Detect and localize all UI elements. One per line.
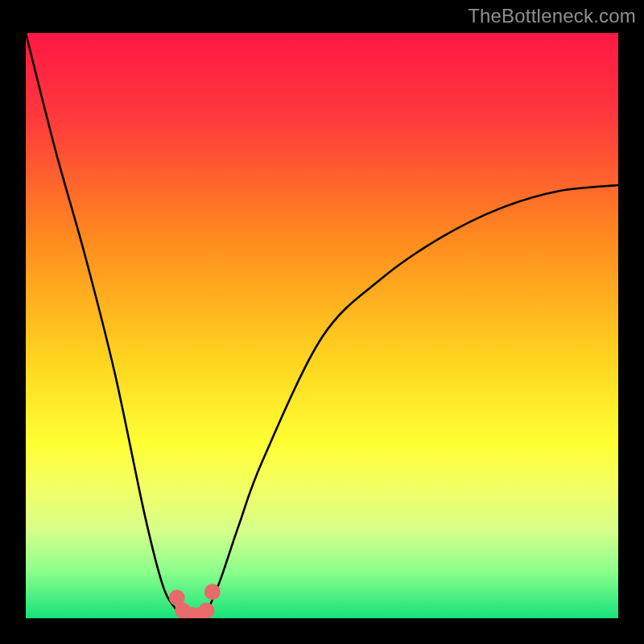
curve-marker xyxy=(199,603,215,618)
gradient-background xyxy=(26,33,618,618)
watermark-text: TheBottleneck.com xyxy=(468,5,636,27)
curve-marker xyxy=(204,584,221,600)
chart-frame: TheBottleneck.com xyxy=(0,0,644,644)
bottleneck-chart xyxy=(26,33,618,618)
